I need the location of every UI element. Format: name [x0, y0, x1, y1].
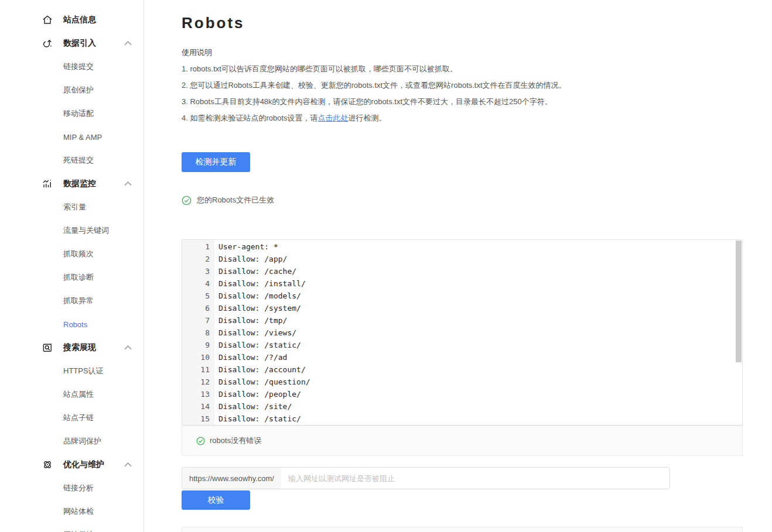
line-text: Disallow: /system/	[214, 302, 301, 314]
line-text: Disallow: /people/	[214, 388, 301, 400]
code-line: 14Disallow: /site/	[182, 400, 735, 413]
bottom-result-bar	[182, 527, 743, 532]
line-text: Disallow: /cache/	[214, 265, 296, 277]
instruction-1: 1. robots.txt可以告诉百度您网站的哪些页面可以被抓取，哪些页面不可以…	[182, 64, 457, 74]
sidebar-section-label: 优化与维护	[63, 459, 104, 470]
line-number: 11	[182, 363, 214, 376]
line-text: Disallow: /site/	[214, 400, 292, 413]
sidebar-item-index-volume[interactable]: 索引量	[0, 195, 144, 219]
code-line: 3Disallow: /cache/	[182, 265, 735, 277]
robots-effective-status: 您的Robots文件已生效	[182, 195, 274, 205]
line-number: 1	[182, 241, 214, 253]
sidebar-section-optimize-maintain[interactable]: 优化与维护	[0, 453, 144, 476]
code-line: 10Disallow: /?/ad	[182, 351, 735, 363]
sidebar-section-label: 搜索展现	[63, 342, 96, 353]
instruction-3: 3. Robots工具目前支持48k的文件内容检测，请保证您的robots.tx…	[182, 97, 552, 107]
line-number: 4	[182, 277, 214, 290]
sidebar-item-site-attribute[interactable]: 站点属性	[0, 383, 144, 406]
line-number: 6	[182, 302, 214, 314]
chart-icon	[41, 178, 54, 190]
sidebar-section-data-import[interactable]: 数据引入	[0, 32, 144, 55]
robots-no-error-text: robots没有错误	[210, 435, 261, 446]
line-text: Disallow: /?/ad	[214, 351, 287, 363]
sidebar-item-link-analysis[interactable]: 链接分析	[0, 476, 144, 500]
line-number: 14	[182, 400, 214, 413]
sidebar-section-data-monitor[interactable]: 数据监控	[0, 172, 144, 195]
line-number: 12	[182, 376, 214, 388]
usage-title: 使用说明	[182, 47, 212, 58]
code-line: 2Disallow: /app/	[182, 253, 735, 265]
sidebar-item-site-checkup[interactable]: 网站体检	[0, 500, 144, 523]
line-number: 9	[182, 339, 214, 351]
robots-effective-text: 您的Robots文件已生效	[197, 195, 274, 205]
sidebar-item-crawl-diagnosis[interactable]: 抓取诊断	[0, 266, 144, 289]
line-text: Disallow: /tmp/	[214, 314, 287, 327]
vertical-scrollbar-thumb[interactable]	[736, 241, 742, 362]
sidebar-item-link-submit[interactable]: 链接提交	[0, 55, 144, 78]
robots-no-error-bar: robots没有错误	[182, 425, 743, 456]
sidebar-section-search-display[interactable]: 搜索展现	[0, 336, 144, 359]
sidebar-section-site-info[interactable]: 站点信息	[0, 8, 144, 32]
detect-update-button[interactable]: 检测并更新	[182, 152, 250, 172]
line-number: 15	[182, 413, 214, 425]
sidebar-item-robots[interactable]: Robots	[0, 313, 144, 336]
instruction-4-after: 进行检测。	[349, 114, 387, 122]
line-number: 8	[182, 327, 214, 339]
url-test-input[interactable]	[281, 468, 669, 489]
line-text: Disallow: /views/	[214, 327, 296, 339]
page-title: Robots	[182, 14, 245, 32]
code-line: 7Disallow: /tmp/	[182, 314, 735, 327]
robots-file-viewer[interactable]: 1User-agent: * 2Disallow: /app/ 3Disallo…	[182, 239, 743, 425]
line-text: Disallow: /install/	[214, 277, 306, 290]
code-line: 8Disallow: /views/	[182, 327, 735, 339]
line-number: 10	[182, 351, 214, 363]
import-icon	[41, 37, 54, 49]
code-line: 15Disallow: /static/	[182, 413, 735, 425]
home-icon	[41, 14, 54, 26]
robots-file-lines: 1User-agent: * 2Disallow: /app/ 3Disallo…	[182, 241, 735, 425]
line-number: 5	[182, 290, 214, 302]
code-line: 13Disallow: /people/	[182, 388, 735, 400]
code-line: 12Disallow: /question/	[182, 376, 735, 388]
line-number: 3	[182, 265, 214, 277]
sidebar-item-original-protection[interactable]: 原创保护	[0, 78, 144, 102]
url-prefix: https://www.seowhy.com/	[182, 468, 281, 489]
code-line: 4Disallow: /install/	[182, 277, 735, 290]
sidebar-item-site-sublink[interactable]: 站点子链	[0, 406, 144, 430]
sidebar-item-mip-amp[interactable]: MIP & AMP	[0, 125, 144, 149]
sidebar-item-traffic-keywords[interactable]: 流量与关键词	[0, 219, 144, 242]
sidebar-section-label: 数据监控	[63, 179, 96, 189]
line-text: Disallow: /static/	[214, 413, 301, 425]
instruction-2: 2. 您可以通过Robots工具来创建、校验、更新您的robots.txt文件，…	[182, 80, 566, 91]
line-number: 7	[182, 314, 214, 327]
line-text: Disallow: /models/	[214, 290, 301, 302]
check-circle-icon	[196, 437, 205, 445]
url-test-group: https://www.seowhy.com/	[182, 467, 670, 489]
verify-button[interactable]: 校验	[182, 490, 250, 510]
line-number: 13	[182, 388, 214, 400]
code-line: 6Disallow: /system/	[182, 302, 735, 314]
chevron-up-icon	[124, 462, 132, 467]
instruction-4-before: 4. 如需检测未验证站点的robots设置，请	[182, 114, 318, 122]
line-number: 2	[182, 253, 214, 265]
sidebar-item-crawl-frequency[interactable]: 抓取频次	[0, 242, 144, 266]
line-text: Disallow: /account/	[214, 363, 306, 376]
code-line: 1User-agent: *	[182, 241, 735, 253]
sidebar-item-dead-link-submit[interactable]: 死链提交	[0, 149, 144, 172]
chevron-up-icon	[124, 181, 132, 186]
code-line: 5Disallow: /models/	[182, 290, 735, 302]
click-here-link[interactable]: 点击此处	[318, 114, 349, 122]
sidebar-section-label: 数据引入	[63, 38, 96, 49]
sidebar-item-https-cert[interactable]: HTTPS认证	[0, 359, 144, 383]
check-circle-icon	[182, 195, 192, 205]
sidebar-item-brand-protection[interactable]: 品牌词保护	[0, 430, 144, 453]
code-line: 11Disallow: /account/	[182, 363, 735, 376]
chevron-up-icon	[124, 345, 132, 350]
sidebar-item-closed-site-protection[interactable]: 闭站保护	[0, 523, 144, 532]
main-content: Robots 使用说明 1. robots.txt可以告诉百度您网站的哪些页面可…	[182, 0, 743, 532]
sidebar-item-crawl-anomaly[interactable]: 抓取异常	[0, 289, 144, 313]
sidebar-item-mobile-adaptation[interactable]: 移动适配	[0, 102, 144, 125]
sidebar: 站点信息 数据引入 链接提交 原创保护 移动适配 MIP & AMP 死链提交 …	[0, 0, 144, 532]
line-text: User-agent: *	[214, 241, 278, 253]
sidebar-section-label: 站点信息	[63, 15, 96, 25]
